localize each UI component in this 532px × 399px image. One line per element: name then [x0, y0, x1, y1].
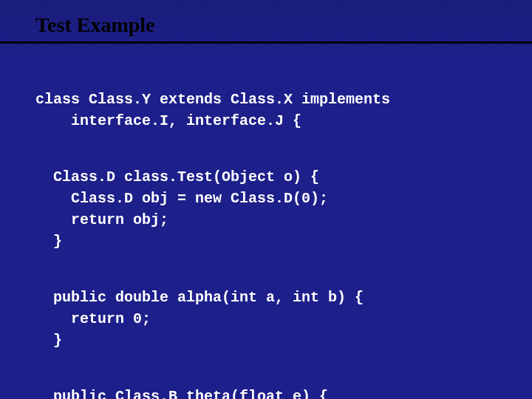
- slide-header: Test Example: [0, 0, 532, 44]
- code-line: public double alpha(int a, int b) {: [35, 289, 364, 306]
- code-content: class Class.Y extends Class.X implements…: [0, 44, 532, 399]
- code-line: return 0;: [35, 310, 151, 327]
- slide-title: Test Example: [35, 13, 532, 37]
- code-line: }: [35, 332, 62, 349]
- code-line: Class.D obj = new Class.D(0);: [35, 190, 328, 207]
- code-line: Class.D class.Test(Object o) {: [35, 168, 319, 185]
- method-theta: public Class.B theta(float e) { return n…: [35, 386, 532, 399]
- code-line: public Class.B theta(float e) {: [35, 388, 328, 399]
- code-line: class Class.Y extends Class.X implements: [35, 91, 390, 108]
- method-classTest: Class.D class.Test(Object o) { Class.D o…: [35, 166, 532, 252]
- method-alpha: public double alpha(int a, int b) { retu…: [35, 287, 532, 351]
- code-line: return obj;: [35, 211, 168, 228]
- code-line: interface.I, interface.J {: [35, 112, 301, 129]
- code-line: }: [35, 233, 62, 250]
- class-declaration: class Class.Y extends Class.X implements…: [35, 89, 532, 132]
